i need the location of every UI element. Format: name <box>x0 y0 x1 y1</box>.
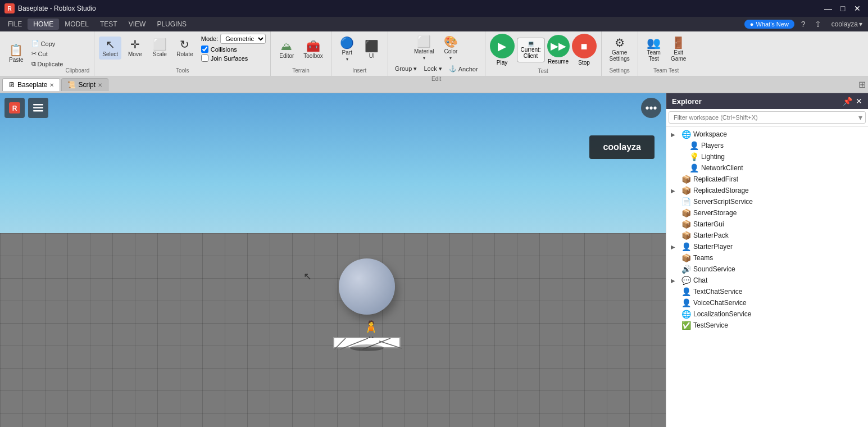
workspace-label: Workspace <box>693 130 864 138</box>
tree-item-serverscriptservice[interactable]: 📄 ServerScriptService <box>666 196 868 207</box>
tree-item-players[interactable]: 👤 Players <box>666 140 868 151</box>
whats-new-dot: ● <box>750 21 754 28</box>
stop-button[interactable]: ■ <box>572 34 597 58</box>
ui-button[interactable]: ⬛ UI <box>361 38 383 61</box>
tree-item-serverstorage[interactable]: 📦 ServerStorage <box>666 207 868 219</box>
exit-game-button[interactable]: 🚪 ExitGame <box>667 35 690 64</box>
select-button[interactable]: ↖ Select <box>99 37 121 60</box>
textchatservice-label: TextChatService <box>693 288 864 296</box>
viewport-more-button[interactable]: ••• <box>641 98 661 118</box>
minimize-button[interactable]: — <box>822 2 834 15</box>
duplicate-icon: ⧉ <box>31 60 36 67</box>
team-test-label: Team Test <box>653 67 679 76</box>
explorer-search-input[interactable] <box>669 111 866 124</box>
resume-button[interactable]: ▶▶ <box>547 35 570 57</box>
group-button[interactable]: Group ▾ <box>393 64 420 74</box>
tools-section: ↖ Select ✛ Move ⬜ Scale ↻ Rotate Mo <box>94 31 271 76</box>
duplicate-button[interactable]: ⧉ Duplicate <box>29 59 66 69</box>
collisions-label: Collisions <box>211 46 237 53</box>
tree-item-testservice[interactable]: ✅ TestService <box>666 320 868 331</box>
menu-file[interactable]: FILE <box>2 19 28 30</box>
tree-item-localizationservice[interactable]: 🌐 LocalizationService <box>666 308 868 320</box>
current-client-label2: Client <box>524 53 538 59</box>
explorer-header: Explorer 📌 ✕ <box>666 93 868 109</box>
paste-button[interactable]: 📋 Paste <box>7 42 26 65</box>
paste-icon: 📋 <box>9 44 23 56</box>
tab-baseplate-close[interactable]: ✕ <box>49 82 54 88</box>
tree-item-soundservice[interactable]: 🔊 SoundService <box>666 264 868 275</box>
toolbox-label: Toolbox <box>303 53 322 59</box>
close-button[interactable]: ✕ <box>851 2 864 15</box>
color-button[interactable]: 🎨 Color ▾ <box>439 34 462 63</box>
copy-button[interactable]: 📄 Copy <box>29 39 66 48</box>
help-button[interactable]: ? <box>799 19 808 30</box>
localizationservice-label: LocalizationService <box>693 310 864 318</box>
tree-item-starterpack[interactable]: 📦 StarterPack <box>666 230 868 241</box>
character-shadow <box>350 344 384 351</box>
play-button[interactable]: ▶ <box>490 34 515 58</box>
tree-item-replicatedfirst[interactable]: 📦 ReplicatedFirst <box>666 174 868 185</box>
select-label: Select <box>102 51 118 57</box>
tree-item-voicechatservice[interactable]: 👤 VoiceChatService <box>666 297 868 308</box>
tab-script[interactable]: 📜 Script ✕ <box>61 78 108 91</box>
tree-item-teams[interactable]: 📦 Teams <box>666 252 868 264</box>
join-surfaces-checkbox-row[interactable]: Join Surfaces <box>201 54 266 62</box>
user-menu-button[interactable]: coolayza ▾ <box>828 19 866 29</box>
roblox-icon-button[interactable]: R <box>4 98 25 118</box>
toolbar: 📋 Paste 📄 Copy ✂ Cut ⧉ Duplicate <box>0 31 868 76</box>
game-settings-button[interactable]: ⚙ GameSettings <box>606 35 633 64</box>
soundservice-label: SoundService <box>693 265 864 273</box>
current-client-button[interactable]: 💻 Current: Client <box>517 38 545 62</box>
tree-item-lighting[interactable]: 💡 Lighting <box>666 151 868 162</box>
collisions-checkbox-row[interactable]: Collisions <box>201 46 266 53</box>
cut-button[interactable]: ✂ Cut <box>29 49 66 58</box>
tab-script-close[interactable]: ✕ <box>98 82 102 88</box>
material-button[interactable]: ⬜ Material ▾ <box>411 34 438 63</box>
play-label: Play <box>497 60 507 66</box>
menu-plugins[interactable]: PLUGINS <box>151 19 192 30</box>
replicatedfirst-label: ReplicatedFirst <box>693 175 864 183</box>
rotate-button[interactable]: ↻ Rotate <box>173 37 196 60</box>
networkclient-label: NetworkClient <box>701 164 864 172</box>
join-surfaces-checkbox[interactable] <box>201 54 208 62</box>
teams-icon: 📦 <box>681 253 691 262</box>
maximize-button[interactable]: □ <box>837 2 849 15</box>
current-client-group: 💻 Current: Client <box>517 38 545 62</box>
tab-expand-button[interactable]: ⊞ <box>858 79 866 90</box>
replicatedstorage-label: ReplicatedStorage <box>693 187 864 194</box>
game-settings-icon: ⚙ <box>615 37 625 48</box>
part-button[interactable]: 🔵 Part ▾ <box>336 35 358 64</box>
mode-select[interactable]: Geometric <box>220 34 266 44</box>
whats-new-button[interactable]: ● What's New <box>744 20 794 29</box>
tree-item-startergui[interactable]: 📦 StarterGui <box>666 219 868 230</box>
toolbox-button[interactable]: 🧰 Toolbox <box>300 38 326 61</box>
tree-item-networkclient[interactable]: 👤 NetworkClient <box>666 162 868 174</box>
anchor-button[interactable]: ⚓ Anchor <box>447 64 480 74</box>
tree-item-replicatedstorage[interactable]: ▶ 📦 ReplicatedStorage <box>666 185 868 196</box>
menu-home[interactable]: HOME <box>28 19 59 30</box>
tree-item-workspace[interactable]: ▶ 🌐 Workspace <box>666 129 868 140</box>
menu-view[interactable]: VIEW <box>123 19 152 30</box>
scale-button[interactable]: ⬜ Scale <box>148 37 171 60</box>
viewport[interactable]: 🧍 coolayza ↖ R ••• <box>0 93 666 427</box>
menu-model[interactable]: MODEL <box>59 19 94 30</box>
editor-button[interactable]: ⛰ Editor <box>275 38 298 61</box>
replicatedfirst-icon: 📦 <box>681 175 691 184</box>
menu-test[interactable]: TEST <box>94 19 123 30</box>
lock-button[interactable]: Lock ▾ <box>421 64 444 74</box>
tree-item-chat[interactable]: ▶ 💬 Chat <box>666 275 868 286</box>
team-test-label: TeamTest <box>647 49 660 62</box>
tree-item-starterplayer[interactable]: ▶ 👤 StarterPlayer <box>666 241 868 252</box>
join-surfaces-label: Join Surfaces <box>211 55 248 62</box>
move-button[interactable]: ✛ Move <box>124 37 146 60</box>
mode-row: Mode: Geometric <box>201 34 266 44</box>
share-button[interactable]: ⇧ <box>812 19 824 30</box>
menu-icon-button[interactable] <box>28 98 48 118</box>
tab-baseplate[interactable]: 🖹 Baseplate ✕ <box>2 78 60 91</box>
collisions-checkbox[interactable] <box>201 46 208 53</box>
tree-item-textchatservice[interactable]: 👤 TextChatService <box>666 286 868 297</box>
explorer-pin-button[interactable]: 📌 <box>843 97 852 106</box>
starterpack-icon: 📦 <box>681 231 691 240</box>
team-test-button[interactable]: 👥 TeamTest <box>643 35 665 64</box>
explorer-close-button[interactable]: ✕ <box>856 97 862 106</box>
